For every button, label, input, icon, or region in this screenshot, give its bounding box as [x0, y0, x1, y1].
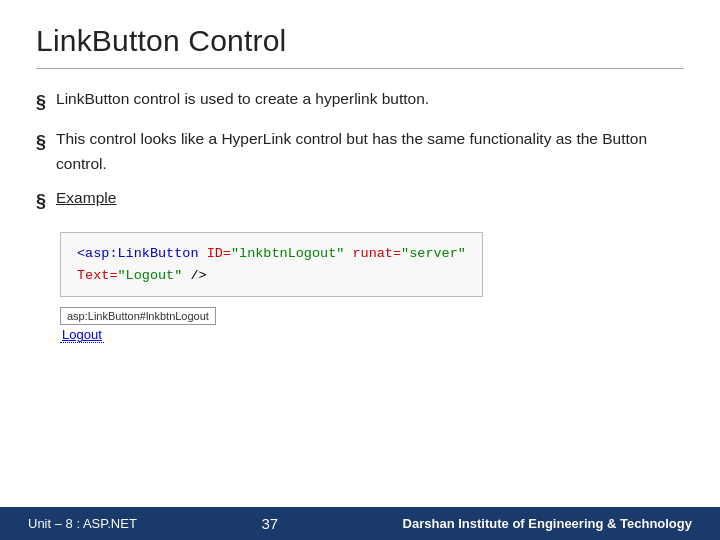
code-val2: "server" — [401, 246, 466, 261]
bullet-symbol: § — [36, 187, 46, 216]
bullet-symbol: § — [36, 128, 46, 157]
footer: Unit – 8 : ASP.NET 37 Darshan Institute … — [0, 507, 720, 540]
bullet-text-3: Example — [56, 186, 684, 211]
bullet-text-1: LinkButton control is used to create a h… — [56, 87, 684, 112]
preview-tooltip: asp:LinkButton#lnkbtnLogout — [60, 307, 216, 325]
page-title: LinkButton Control — [36, 24, 684, 58]
preview-link[interactable]: Logout — [60, 327, 104, 343]
title-divider — [36, 68, 684, 69]
bullet-symbol: § — [36, 88, 46, 117]
list-item: § LinkButton control is used to create a… — [36, 87, 684, 117]
code-keyword: <asp:LinkButton — [77, 246, 199, 261]
footer-center: 37 — [261, 515, 278, 532]
main-content: LinkButton Control § LinkButton control … — [0, 0, 720, 343]
code-end: /> — [182, 268, 206, 283]
example-label: Example — [56, 189, 116, 206]
code-attr3: Text= — [77, 268, 118, 283]
code-attr2: runat= — [344, 246, 401, 261]
bullet-text-2: This control looks like a HyperLink cont… — [56, 127, 684, 177]
preview-area: asp:LinkButton#lnkbtnLogout Logout — [60, 307, 684, 343]
code-block: <asp:LinkButton ID="lnkbtnLogout" runat=… — [60, 232, 483, 297]
bullet-list: § LinkButton control is used to create a… — [36, 87, 684, 216]
code-attr1: ID= — [199, 246, 231, 261]
code-val1: "lnkbtnLogout" — [231, 246, 344, 261]
list-item: § This control looks like a HyperLink co… — [36, 127, 684, 177]
code-val3: "Logout" — [118, 268, 183, 283]
footer-right: Darshan Institute of Engineering & Techn… — [403, 516, 692, 531]
footer-left: Unit – 8 : ASP.NET — [28, 516, 137, 531]
list-item: § Example — [36, 186, 684, 216]
